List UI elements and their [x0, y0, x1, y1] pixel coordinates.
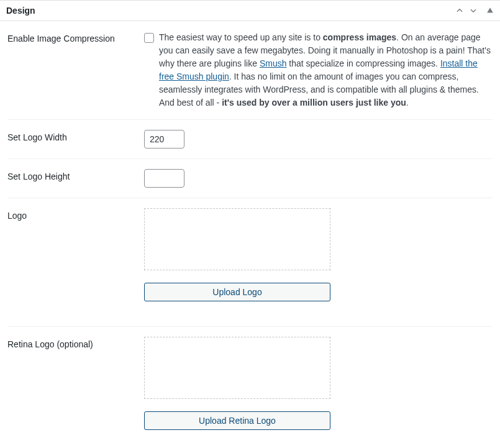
row-enable-compression: Enable Image Compression The easiest way…	[7, 21, 493, 120]
panel-title: Design	[6, 6, 35, 16]
move-down-icon[interactable]	[469, 6, 478, 15]
move-up-icon[interactable]	[455, 6, 464, 15]
panel-body: Enable Image Compression The easiest way…	[0, 21, 500, 448]
row-retina-logo: Retina Logo (optional) Upload Retina Log…	[7, 327, 493, 448]
logo-height-input[interactable]	[144, 169, 184, 188]
row-logo-width: Set Logo Width	[7, 120, 493, 159]
panel-controls	[455, 6, 494, 15]
row-logo: Logo Upload Logo	[7, 198, 493, 327]
logo-preview	[144, 208, 330, 270]
logo-label: Logo	[7, 208, 144, 301]
upload-logo-button[interactable]: Upload Logo	[144, 283, 330, 301]
panel-header: Design	[0, 1, 500, 21]
svg-marker-0	[487, 7, 493, 12]
compression-label: Enable Image Compression	[7, 31, 144, 109]
compression-checkbox[interactable]	[144, 33, 154, 43]
design-panel: Design Enable Image Compression The easi…	[0, 0, 500, 448]
logo-width-label: Set Logo Width	[7, 130, 144, 149]
upload-retina-logo-button[interactable]: Upload Retina Logo	[144, 411, 330, 430]
row-logo-height: Set Logo Height	[7, 159, 493, 198]
collapse-toggle-icon[interactable]	[486, 7, 494, 14]
logo-width-input[interactable]	[144, 130, 184, 149]
compression-description: The easiest way to speed up any site is …	[159, 31, 493, 109]
retina-logo-preview	[144, 337, 330, 399]
smush-link[interactable]: Smush	[260, 58, 287, 68]
retina-logo-label: Retina Logo (optional)	[7, 337, 144, 430]
logo-height-label: Set Logo Height	[7, 169, 144, 188]
